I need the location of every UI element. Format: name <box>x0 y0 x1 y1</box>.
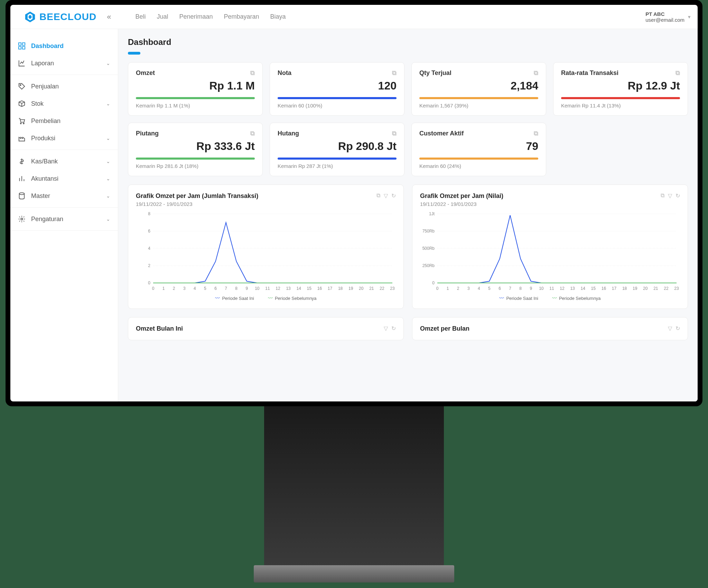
progress-bar <box>136 97 255 99</box>
svg-text:18: 18 <box>338 286 343 291</box>
nav-penerimaan[interactable]: Penerimaan <box>179 13 213 20</box>
card-subtext: Kemarin 1,567 (39%) <box>419 103 538 108</box>
collapse-sidebar-button[interactable]: « <box>107 12 111 21</box>
svg-text:12: 12 <box>560 286 565 291</box>
refresh-icon[interactable]: ↻ <box>391 192 396 199</box>
svg-text:14: 14 <box>297 286 301 291</box>
svg-text:2: 2 <box>173 286 175 291</box>
chevron-down-icon: ▾ <box>688 14 691 20</box>
chevron-down-icon: ⌄ <box>106 101 110 106</box>
svg-text:11: 11 <box>549 286 554 291</box>
sidebar-item-laporan[interactable]: Laporan ⌄ <box>10 55 118 72</box>
sidebar-item-produksi[interactable]: Produksi ⌄ <box>10 130 118 147</box>
chevron-down-icon: ⌄ <box>106 193 110 199</box>
chart-icon <box>18 59 26 67</box>
svg-text:1Jt: 1Jt <box>429 211 435 216</box>
svg-text:500Rb: 500Rb <box>422 246 435 251</box>
refresh-icon[interactable]: ↻ <box>676 192 680 199</box>
sidebar-item-label: Pembelian <box>31 117 60 125</box>
svg-text:0: 0 <box>436 286 439 291</box>
sidebar-item-akuntansi[interactable]: Akuntansi ⌄ <box>10 170 118 187</box>
svg-text:5: 5 <box>488 286 491 291</box>
accent-bar <box>128 52 140 55</box>
top-nav: Beli Jual Penerimaan Pembayaran Biaya <box>135 13 286 20</box>
filter-icon[interactable]: ▽ <box>668 192 672 199</box>
sidebar-item-kas-bank[interactable]: Kas/Bank ⌄ <box>10 153 118 170</box>
svg-text:14: 14 <box>581 286 586 291</box>
external-link-icon[interactable]: ⧉ <box>250 130 255 137</box>
svg-text:18: 18 <box>622 286 627 291</box>
external-link-icon[interactable]: ⧉ <box>392 69 397 77</box>
nav-beli[interactable]: Beli <box>135 13 146 20</box>
line-chart: 0250Rb500Rb750Rb1Jt012345678910111213141… <box>420 210 680 293</box>
sidebar-item-label: Stok <box>31 100 44 107</box>
nav-biaya[interactable]: Biaya <box>270 13 286 20</box>
svg-text:20: 20 <box>359 286 364 291</box>
filter-icon[interactable]: ▽ <box>384 325 388 332</box>
svg-point-4 <box>20 85 21 86</box>
nav-pembayaran[interactable]: Pembayaran <box>224 13 259 20</box>
sidebar-item-master[interactable]: Master ⌄ <box>10 187 118 205</box>
nav-jual[interactable]: Jual <box>157 13 168 20</box>
svg-text:8: 8 <box>519 286 522 291</box>
svg-text:3: 3 <box>183 286 186 291</box>
sidebar-item-label: Kas/Bank <box>31 158 58 165</box>
external-link-icon[interactable]: ⧉ <box>250 69 255 77</box>
small2-title: Omzet per Bulan <box>420 325 469 332</box>
logo-text: BEECLOUD <box>39 11 96 22</box>
main: Dashboard Omzet ⧉ Rp 1.1 M Kemarin Rp 1.… <box>118 29 698 401</box>
stat-card-rata-rata-transaksi: Rata-rata Transaksi ⧉ Rp 12.9 Jt Kemarin… <box>553 62 688 116</box>
chevron-down-icon: ⌄ <box>106 159 110 164</box>
chart-omzet-transaksi: Grafik Omzet per Jam (Jumlah Transaksi) … <box>128 184 404 309</box>
svg-text:16: 16 <box>317 286 322 291</box>
svg-text:0: 0 <box>432 281 435 285</box>
svg-text:12: 12 <box>276 286 280 291</box>
progress-bar <box>278 158 397 160</box>
sidebar: Dashboard Laporan ⌄ Penjualan Stok ⌄ Pem… <box>10 29 118 401</box>
sidebar-item-penjualan[interactable]: Penjualan <box>10 78 118 95</box>
external-link-icon[interactable]: ⧉ <box>534 130 538 137</box>
svg-text:2: 2 <box>457 286 459 291</box>
refresh-icon[interactable]: ↻ <box>676 325 680 332</box>
card-title: Rata-rata Transaksi <box>561 69 618 77</box>
svg-text:6: 6 <box>499 286 501 291</box>
svg-text:0: 0 <box>148 281 150 285</box>
card-title: Omzet <box>136 69 155 77</box>
chevron-down-icon: ⌄ <box>106 135 110 141</box>
sidebar-item-label: Penjualan <box>31 83 59 90</box>
svg-text:15: 15 <box>307 286 312 291</box>
user-menu[interactable]: PT ABC user@email.com ▾ <box>645 11 691 23</box>
svg-text:15: 15 <box>591 286 596 291</box>
chevron-down-icon: ⌄ <box>106 216 110 222</box>
svg-text:4: 4 <box>194 286 196 291</box>
external-link-icon[interactable]: ⧉ <box>376 192 380 199</box>
external-link-icon[interactable]: ⧉ <box>534 69 538 77</box>
db-icon <box>18 192 26 200</box>
svg-text:23: 23 <box>390 286 395 291</box>
sidebar-item-stok[interactable]: Stok ⌄ <box>10 95 118 112</box>
sidebar-item-pengaturan[interactable]: Pengaturan ⌄ <box>10 210 118 228</box>
svg-text:13: 13 <box>286 286 291 291</box>
svg-text:19: 19 <box>633 286 637 291</box>
refresh-icon[interactable]: ↻ <box>391 325 396 332</box>
sidebar-item-label: Laporan <box>31 60 54 67</box>
filter-icon[interactable]: ▽ <box>668 325 672 332</box>
sidebar-item-pembelian[interactable]: Pembelian <box>10 112 118 130</box>
sidebar-item-dashboard[interactable]: Dashboard <box>10 37 118 55</box>
svg-text:20: 20 <box>643 286 648 291</box>
user-email: user@email.com <box>645 17 684 23</box>
svg-text:8: 8 <box>235 286 237 291</box>
external-link-icon[interactable]: ⧉ <box>676 69 680 77</box>
external-link-icon[interactable]: ⧉ <box>661 192 664 199</box>
svg-point-5 <box>20 123 21 124</box>
svg-text:13: 13 <box>570 286 575 291</box>
chart1-legend-prev: Periode Sebelumnya <box>275 296 317 301</box>
svg-rect-2 <box>19 47 21 49</box>
external-link-icon[interactable]: ⧉ <box>392 130 397 137</box>
svg-text:10: 10 <box>255 286 260 291</box>
svg-text:10: 10 <box>539 286 544 291</box>
card-value: 79 <box>419 140 538 153</box>
filter-icon[interactable]: ▽ <box>384 192 388 199</box>
card-subtext: Kemarin 60 (24%) <box>419 163 538 169</box>
svg-text:2: 2 <box>148 263 150 268</box>
